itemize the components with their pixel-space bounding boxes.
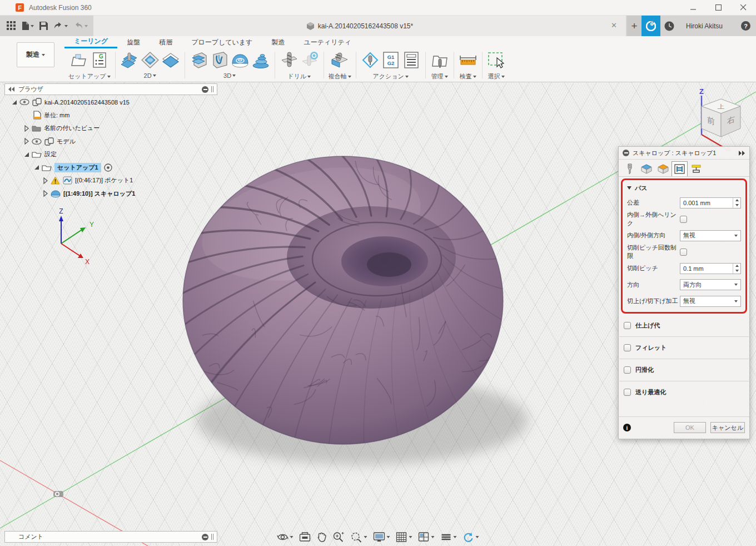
group-label-inspect[interactable]: 検査 <box>460 72 472 81</box>
workspace-selector[interactable]: 製造 <box>17 42 54 67</box>
redo-button[interactable] <box>71 18 90 34</box>
passes-section-header[interactable]: パス <box>623 181 745 195</box>
nc-program-button[interactable]: G <box>90 51 109 70</box>
grid-settings-button[interactable] <box>395 531 414 544</box>
refresh-view-button[interactable] <box>462 531 480 544</box>
zoom-button[interactable] <box>332 530 346 544</box>
up-down-milling-select[interactable]: 無視 <box>680 296 741 307</box>
morphed-spiral-button[interactable] <box>251 51 270 70</box>
tab-utilities[interactable]: ユーティリティ <box>294 36 361 48</box>
tab-geometry[interactable] <box>638 161 654 176</box>
group-label-drill[interactable]: ドリル <box>287 72 306 81</box>
tab-milling[interactable]: ミーリング <box>64 36 117 48</box>
tree-item-units[interactable]: 単位: mm <box>4 109 217 122</box>
direction-select[interactable]: 両方向 <box>680 279 741 290</box>
section-stock-to-leave[interactable]: 仕上げ代 <box>619 315 749 336</box>
inside-outside-direction-select[interactable]: 無視 <box>680 230 741 241</box>
tab-close-icon[interactable]: ✕ <box>611 22 617 29</box>
measure-button[interactable] <box>459 51 478 70</box>
panel-minimize-icon[interactable] <box>202 534 208 540</box>
3d-pocket-button[interactable] <box>210 51 229 70</box>
fillet-checkbox[interactable] <box>624 344 631 351</box>
job-status-button[interactable] <box>641 16 660 36</box>
limit-stepover-checkbox[interactable] <box>680 249 687 256</box>
section-fillet[interactable]: フィレット <box>619 337 749 359</box>
browser-panel-header[interactable]: ブラウザ <box>4 83 217 95</box>
document-tab[interactable]: kai-A.20140205162443508 v15* ✕ <box>93 16 626 36</box>
section-smoothing[interactable]: 円滑化 <box>619 359 749 381</box>
help-button[interactable]: ? <box>735 16 756 36</box>
viewport-canvas[interactable]: Z Y X Z 上 前 右 X ブラウザ kai-A.2014 <box>0 82 756 546</box>
spinner-buttons[interactable] <box>733 264 740 274</box>
close-button[interactable] <box>731 0 756 15</box>
2d-adaptive-button[interactable] <box>120 51 139 70</box>
tab-passes[interactable] <box>672 161 688 176</box>
group-label-3d[interactable]: 3D <box>223 72 231 79</box>
display-settings-button[interactable] <box>372 531 391 544</box>
recent-activity-button[interactable] <box>660 16 678 36</box>
tolerance-input[interactable]: 0.001 mm <box>680 197 741 209</box>
expand-icon[interactable] <box>43 190 48 197</box>
save-button[interactable] <box>37 18 50 34</box>
expand-icon[interactable] <box>24 125 29 132</box>
group-label-setup[interactable]: セットアップ <box>68 72 106 81</box>
tab-turning[interactable]: 旋盤 <box>117 36 150 48</box>
pan-button[interactable] <box>316 530 328 544</box>
new-tab-button[interactable]: + <box>627 16 641 36</box>
group-label-2d[interactable]: 2D <box>144 72 152 79</box>
drill-button[interactable] <box>280 51 299 70</box>
visual-style-button[interactable] <box>440 532 458 543</box>
dialog-header[interactable]: スキャロップ : スキャロップ1 <box>619 147 749 160</box>
tree-item-settings[interactable]: 設定 <box>4 148 217 161</box>
info-icon[interactable]: i <box>623 424 631 431</box>
tab-tool[interactable] <box>621 161 638 176</box>
group-label-actions[interactable]: アクション <box>372 72 404 81</box>
tree-item-scallop1[interactable]: [(1:49:10)] スキャロップ1 <box>4 187 217 201</box>
tree-item-model[interactable]: モデル <box>4 135 217 148</box>
3d-adaptive-button[interactable] <box>190 51 208 70</box>
tab-heights[interactable] <box>655 161 671 176</box>
tree-item-pocket1[interactable]: [(0:46:17)] ポケット1 <box>4 174 217 187</box>
expand-icon[interactable] <box>43 177 48 184</box>
expand-panel-icon[interactable] <box>738 151 745 156</box>
panel-grip-icon[interactable] <box>211 86 213 92</box>
tab-probing[interactable]: プローブしています <box>182 36 262 48</box>
link-inside-outside-checkbox[interactable] <box>680 216 687 223</box>
group-label-multiaxis[interactable]: 複合軸 <box>329 72 347 81</box>
expand-icon[interactable] <box>24 138 29 145</box>
maximize-button[interactable] <box>706 0 731 15</box>
eye-icon[interactable] <box>19 99 29 105</box>
expand-icon[interactable] <box>12 100 17 105</box>
panel-grip-icon[interactable] <box>211 534 213 540</box>
ok-button[interactable]: OK <box>674 422 706 433</box>
comment-bar[interactable]: コメント <box>4 531 217 543</box>
smoothing-checkbox[interactable] <box>624 366 631 374</box>
spinner-buttons[interactable] <box>733 198 740 208</box>
section-feed-optimization[interactable]: 送り最適化 <box>619 381 749 403</box>
new-setup-button[interactable] <box>69 51 88 70</box>
tool-library-button[interactable] <box>430 51 449 70</box>
tree-item-named-views[interactable]: 名前の付いたビュー <box>4 122 217 135</box>
look-at-button[interactable] <box>299 531 312 543</box>
select-button[interactable] <box>487 51 506 70</box>
face-button[interactable] <box>161 51 180 70</box>
tab-linking[interactable] <box>688 161 704 176</box>
setup-sheet-button[interactable] <box>402 51 421 70</box>
file-menu-button[interactable] <box>19 18 36 34</box>
drill-alt-button[interactable] <box>300 51 319 70</box>
panel-minimize-icon[interactable] <box>202 86 208 93</box>
user-name[interactable]: Hiroki Akitsu <box>678 16 735 36</box>
post-process-button[interactable]: G1G2 <box>381 51 400 70</box>
expand-icon[interactable] <box>34 165 39 170</box>
stepover-input[interactable]: 0.1 mm <box>680 263 741 274</box>
tree-item-setup1[interactable]: セットアップ1 <box>4 161 217 175</box>
tab-additive[interactable]: 積層 <box>150 36 182 48</box>
stock-to-leave-checkbox[interactable] <box>624 322 631 329</box>
2d-pocket-button[interactable] <box>141 51 160 70</box>
minimize-button[interactable] <box>681 0 706 15</box>
viewports-button[interactable] <box>417 531 436 543</box>
group-label-manage[interactable]: 管理 <box>431 72 444 81</box>
eye-icon[interactable] <box>32 138 42 145</box>
cancel-button[interactable]: キャンセル <box>710 422 745 433</box>
group-label-select[interactable]: 選択 <box>488 72 500 81</box>
